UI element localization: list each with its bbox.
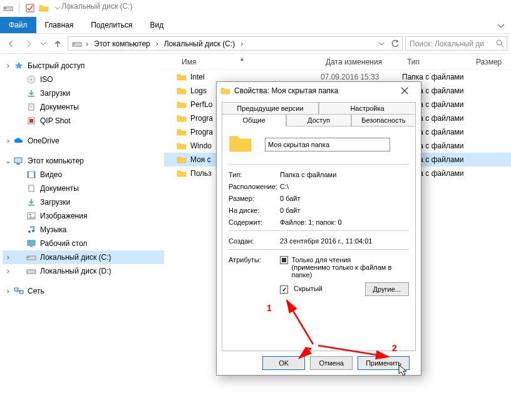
label-ondisk: На диске: bbox=[229, 207, 280, 214]
folder-icon bbox=[229, 133, 252, 156]
drive-icon bbox=[3, 3, 14, 14]
checkbox-hidden[interactable] bbox=[280, 285, 288, 294]
navigation-pane: › Быстрый доступ ISO Загрузки Документы … bbox=[0, 54, 164, 420]
download-icon bbox=[26, 88, 36, 98]
network-icon bbox=[14, 286, 24, 296]
properties-dialog: Свойства: Моя скрытая папка Предыдущие в… bbox=[216, 81, 421, 376]
folder-icon bbox=[177, 128, 188, 136]
tab-previous-versions[interactable]: Предыдущие версии bbox=[222, 102, 319, 114]
nav-item[interactable]: ISO bbox=[3, 73, 164, 86]
folder-icon bbox=[177, 141, 188, 150]
back-button[interactable] bbox=[4, 36, 19, 51]
tab-panel-general: Тип:Папка с файлами Расположение:C:\ Раз… bbox=[222, 126, 416, 351]
folder-icon bbox=[177, 155, 188, 164]
svg-rect-1 bbox=[4, 8, 6, 9]
folder-icon bbox=[177, 100, 188, 109]
nav-item[interactable]: Загрузки bbox=[3, 86, 164, 100]
image-icon bbox=[26, 211, 36, 221]
nav-item[interactable]: Изображения bbox=[3, 209, 164, 223]
nav-onedrive[interactable]: › OneDrive bbox=[3, 134, 164, 148]
folder-icon bbox=[177, 86, 188, 95]
nav-item[interactable]: QIP Shot bbox=[3, 114, 164, 128]
address-bar[interactable]: › Этот компьютер › Локальный диск (C:) › bbox=[68, 36, 403, 51]
svg-rect-15 bbox=[14, 158, 22, 163]
label-attributes: Атрибуты: bbox=[229, 256, 280, 264]
breadcrumb-seg[interactable]: Этот компьютер bbox=[92, 39, 152, 48]
nav-item[interactable]: Загрузки bbox=[3, 195, 164, 209]
chevron-down-icon[interactable]: ⌄ bbox=[5, 156, 11, 165]
nav-item-drive-c[interactable]: ›Локальный диск (C:) bbox=[3, 250, 164, 264]
refresh-icon[interactable] bbox=[391, 39, 400, 48]
ribbon-tab-file[interactable]: Файл bbox=[0, 17, 36, 33]
svg-rect-31 bbox=[14, 288, 18, 291]
window-title: Локальный диск (C:) bbox=[61, 2, 133, 11]
svg-rect-4 bbox=[73, 43, 75, 44]
svg-rect-29 bbox=[28, 257, 29, 258]
chevron-right-icon[interactable]: › bbox=[155, 39, 160, 48]
tab-sharing[interactable]: Доступ bbox=[286, 114, 351, 126]
chevron-right-icon[interactable]: › bbox=[85, 39, 90, 48]
svg-rect-2 bbox=[26, 4, 34, 12]
search-input[interactable]: Поиск: Локальный ди bbox=[405, 36, 507, 51]
nav-network[interactable]: › Сеть bbox=[3, 284, 164, 298]
up-button[interactable] bbox=[50, 36, 65, 51]
value-type: Папка с файлами bbox=[280, 171, 409, 178]
label-created: Создан: bbox=[229, 237, 280, 245]
chevron-right-icon[interactable]: › bbox=[5, 267, 11, 275]
folder-name-input[interactable] bbox=[265, 138, 390, 151]
svg-rect-30 bbox=[27, 270, 36, 274]
ok-button[interactable]: OK bbox=[262, 356, 305, 370]
breadcrumb-seg[interactable]: Локальный диск (C:) bbox=[162, 39, 237, 48]
ribbon-tab[interactable]: Главная bbox=[36, 17, 83, 33]
app-icon bbox=[26, 116, 36, 126]
cloud-icon bbox=[14, 136, 24, 146]
svg-rect-20 bbox=[29, 185, 34, 192]
drive-icon bbox=[26, 266, 36, 276]
address-history-icon[interactable] bbox=[378, 41, 385, 47]
nav-item[interactable]: Рабочий стол bbox=[3, 237, 164, 250]
nav-item[interactable]: Музыка bbox=[3, 223, 164, 237]
attr-hidden: Скрытый bbox=[294, 285, 323, 292]
qat-properties-icon[interactable] bbox=[24, 3, 36, 14]
nav-this-pc[interactable]: ⌄ Этот компьютер bbox=[3, 154, 164, 168]
desktop-icon bbox=[26, 238, 36, 248]
ribbon-tab[interactable]: Вид bbox=[141, 17, 172, 33]
chevron-right-icon[interactable]: › bbox=[239, 39, 244, 48]
nav-quick-access[interactable]: › Быстрый доступ bbox=[3, 59, 164, 73]
recent-dropdown-icon[interactable] bbox=[39, 36, 48, 51]
ribbon-expand-icon[interactable] bbox=[496, 21, 506, 31]
tab-strip: Предыдущие версии Настройка Общие Доступ… bbox=[222, 102, 416, 126]
chevron-right-icon[interactable]: › bbox=[5, 61, 11, 70]
value-ondisk: 0 байт bbox=[280, 207, 409, 214]
annotation-number-2: 2 bbox=[392, 343, 397, 353]
chevron-right-icon[interactable]: › bbox=[5, 253, 11, 262]
checkbox-readonly[interactable] bbox=[280, 256, 288, 264]
advanced-button[interactable]: Другие... bbox=[365, 282, 409, 296]
column-header-name[interactable]: Имя▲ bbox=[177, 58, 321, 66]
chevron-right-icon[interactable]: › bbox=[5, 136, 11, 145]
tab-customize[interactable]: Настройка bbox=[319, 102, 416, 114]
forward-button[interactable] bbox=[21, 36, 36, 51]
folder-icon bbox=[220, 86, 230, 95]
tab-general[interactable]: Общие bbox=[222, 114, 286, 126]
download-icon bbox=[26, 197, 36, 207]
nav-item[interactable]: Документы bbox=[3, 182, 164, 195]
ribbon-tab[interactable]: Поделиться bbox=[82, 17, 141, 33]
cancel-button[interactable]: Отмена bbox=[310, 356, 353, 370]
column-header-type[interactable]: Тип bbox=[402, 58, 471, 66]
folder-icon bbox=[177, 169, 188, 178]
column-header-date[interactable]: Дата изменения bbox=[321, 58, 402, 66]
tab-security[interactable]: Безопасность bbox=[351, 114, 416, 126]
column-header-size[interactable]: Размер bbox=[471, 58, 508, 66]
disc-icon bbox=[26, 74, 36, 85]
nav-item-drive-d[interactable]: ›Локальный диск (D:) bbox=[3, 264, 164, 278]
folder-icon bbox=[177, 114, 188, 123]
qat-newfolder-icon[interactable] bbox=[38, 3, 49, 14]
svg-rect-21 bbox=[28, 205, 34, 206]
pc-icon bbox=[14, 156, 24, 166]
nav-item[interactable]: Видео bbox=[3, 168, 164, 182]
close-button[interactable] bbox=[392, 82, 417, 100]
annotation-number-3: 3 bbox=[306, 346, 311, 356]
nav-item[interactable]: Документы bbox=[3, 100, 164, 114]
chevron-right-icon[interactable]: › bbox=[5, 287, 11, 295]
